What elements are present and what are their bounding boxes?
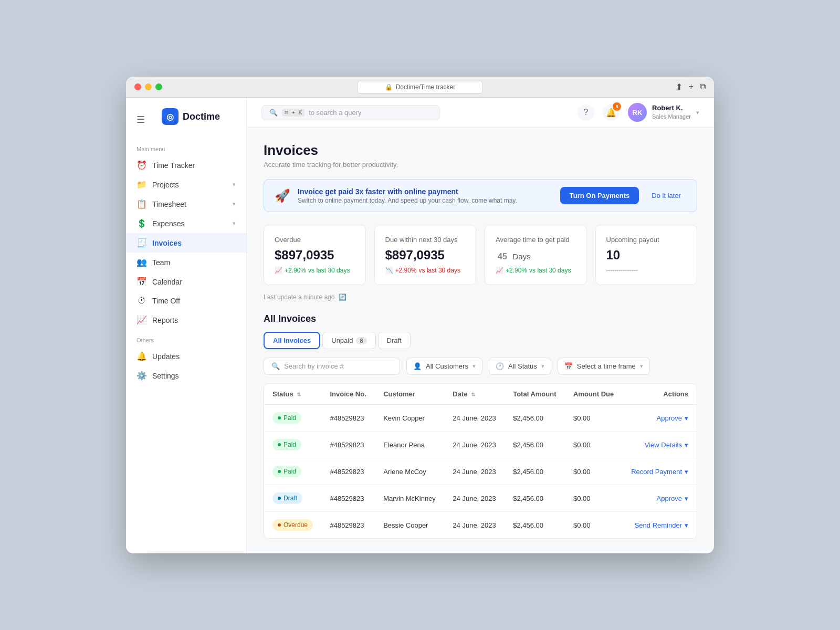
sidebar-item-time-off[interactable]: ⏱ Time Off	[126, 291, 246, 310]
cell-invoice-no: #48529823	[321, 512, 375, 539]
sidebar-item-timesheet[interactable]: 📋 Timesheet ▾	[126, 194, 246, 214]
table-header: Status ⇅ Invoice No. Customer	[264, 384, 697, 405]
chevron-down-icon: ▾	[685, 414, 688, 422]
cell-action: View Details ▾	[623, 432, 697, 458]
change-value: +2.90%	[395, 267, 417, 274]
user-role: Sales Manager	[652, 113, 691, 120]
cell-date: 24 June, 2023	[444, 512, 505, 539]
update-bar: Last update a minute ago 🔄	[264, 293, 697, 301]
status-filter[interactable]: 🕐 All Status ▾	[489, 358, 551, 375]
col-date[interactable]: Date ⇅	[444, 384, 505, 405]
chevron-down-icon: ▾	[472, 363, 476, 370]
search-icon: 🔍	[271, 362, 280, 370]
refresh-icon[interactable]: 🔄	[339, 293, 346, 301]
sidebar-item-projects[interactable]: 📁 Projects ▾	[126, 175, 246, 194]
cell-customer: Eleanor Pena	[375, 432, 444, 458]
turn-on-payments-button[interactable]: Turn On Payments	[560, 187, 639, 204]
address-bar[interactable]: 🔒 Doctime/Time tracker	[357, 81, 483, 93]
cell-status: Draft	[264, 485, 321, 512]
tab-unpaid[interactable]: Unpaid 8	[322, 332, 375, 349]
user-profile[interactable]: RK Robert K. Sales Manager ▾	[628, 103, 699, 122]
chevron-down-icon: ▾	[685, 495, 688, 502]
notifications-button[interactable]: 🔔 5	[603, 104, 620, 121]
sidebar-item-calendar[interactable]: 📅 Calendar	[126, 272, 246, 291]
sidebar-item-settings[interactable]: ⚙️ Settings	[126, 366, 246, 385]
sidebar-item-expenses[interactable]: 💲 Expenses ▾	[126, 214, 246, 233]
cell-status: Paid	[264, 405, 321, 432]
sidebar-item-label: Reports	[152, 316, 178, 324]
cell-due: $0.00	[565, 512, 623, 539]
logo: ◎ Doctime	[151, 106, 230, 133]
status-dot	[278, 443, 281, 446]
main-menu-label: Main menu	[126, 139, 246, 155]
action-button[interactable]: Send Reminder ▾	[635, 521, 688, 529]
menu-toggle[interactable]: ☰	[136, 114, 145, 125]
cell-action: Send Reminder ▾	[623, 512, 697, 539]
customers-filter[interactable]: 👤 All Customers ▾	[406, 358, 482, 375]
expenses-icon: 💲	[136, 218, 147, 228]
clock-icon: ⏰	[136, 160, 147, 170]
timeframe-filter[interactable]: 📅 Select a time frame ▾	[558, 358, 650, 375]
action-button[interactable]: View Details ▾	[645, 441, 688, 449]
do-it-later-button[interactable]: Do it later	[646, 188, 686, 203]
tabs-icon[interactable]: ⧉	[700, 82, 706, 92]
sidebar-item-label: Team	[152, 258, 170, 267]
add-tab-icon[interactable]: +	[689, 82, 694, 92]
cell-due: $0.00	[565, 405, 623, 432]
sort-icon: ⇅	[297, 392, 301, 397]
action-button[interactable]: Approve ▾	[657, 495, 688, 502]
sidebar-item-team[interactable]: 👥 Team	[126, 253, 246, 272]
stat-avg-paid: Average time to get paid 45 Days 📈 +2.90…	[485, 225, 587, 285]
sidebar-item-label: Projects	[152, 181, 179, 189]
cell-customer: Bessie Cooper	[375, 512, 444, 539]
cell-action: Approve ▾	[623, 405, 697, 432]
stat-label: Upcoming payout	[606, 236, 687, 244]
minimize-button[interactable]	[145, 83, 152, 90]
cell-date: 24 June, 2023	[444, 432, 505, 458]
timesheet-icon: 📋	[136, 199, 147, 209]
cell-status: Paid	[264, 458, 321, 485]
col-total: Total Amount	[505, 384, 565, 405]
tab-all-invoices[interactable]: All Invoices	[264, 332, 320, 349]
status-badge: Paid	[272, 412, 301, 424]
status-dot	[278, 416, 281, 419]
table-row: Paid #48529823 Kevin Copper 24 June, 202…	[264, 405, 697, 432]
banner-title: Invoice get paid 3x faster with online p…	[298, 187, 553, 196]
sidebar-item-reports[interactable]: 📈 Reports	[126, 310, 246, 330]
tab-label: Unpaid	[331, 337, 353, 344]
chevron-down-icon: ▾	[233, 181, 236, 188]
search-kbd: ⌘ + K	[282, 109, 304, 117]
cell-total: $2,456.00	[505, 432, 565, 458]
sidebar-item-time-tracker[interactable]: ⏰ Time Tracker	[126, 155, 246, 175]
sidebar-item-invoices[interactable]: 🧾 Invoices	[126, 233, 246, 253]
action-button[interactable]: Record Payment ▾	[631, 468, 688, 476]
banner-icon: 🚀	[275, 188, 290, 203]
search-bar[interactable]: 🔍 ⌘ + K to search a query	[261, 105, 440, 120]
calendar-icon: 📅	[564, 362, 573, 370]
cell-action: Approve ▾	[623, 485, 697, 512]
status-badge: Overdue	[272, 519, 313, 531]
close-button[interactable]	[134, 83, 141, 90]
sidebar: ☰ ◎ Doctime Main menu ⏰ Time Tracker 📁 P…	[126, 98, 247, 553]
reports-icon: 📈	[136, 315, 147, 325]
tab-draft[interactable]: Draft	[378, 332, 411, 349]
sidebar-item-updates[interactable]: 🔔 Updates	[126, 346, 246, 366]
page-subtitle: Accurate time tracking for better produc…	[264, 161, 697, 169]
lock-icon: 🔒	[385, 83, 393, 91]
help-button[interactable]: ?	[578, 104, 594, 121]
share-icon[interactable]: ⬆	[676, 82, 682, 92]
action-button[interactable]: Approve ▾	[657, 414, 688, 422]
sort-icon: ⇅	[471, 392, 475, 397]
status-dot	[278, 470, 281, 473]
cell-due: $0.00	[565, 432, 623, 458]
col-due: Amount Due	[565, 384, 623, 405]
col-invoice-no: Invoice No.	[321, 384, 375, 405]
invoice-search[interactable]: 🔍 Search by invoice #	[264, 358, 400, 375]
titlebar: 🔒 Doctime/Time tracker ⬆ + ⧉	[126, 77, 714, 98]
stat-value: 45 Days	[496, 248, 576, 262]
stat-label: Due within next 30 days	[385, 236, 466, 244]
maximize-button[interactable]	[155, 83, 162, 90]
stat-change: 📉 +2.90% vs last 30 days	[385, 267, 466, 274]
sidebar-item-label: Expenses	[152, 219, 184, 228]
col-status[interactable]: Status ⇅	[264, 384, 321, 405]
